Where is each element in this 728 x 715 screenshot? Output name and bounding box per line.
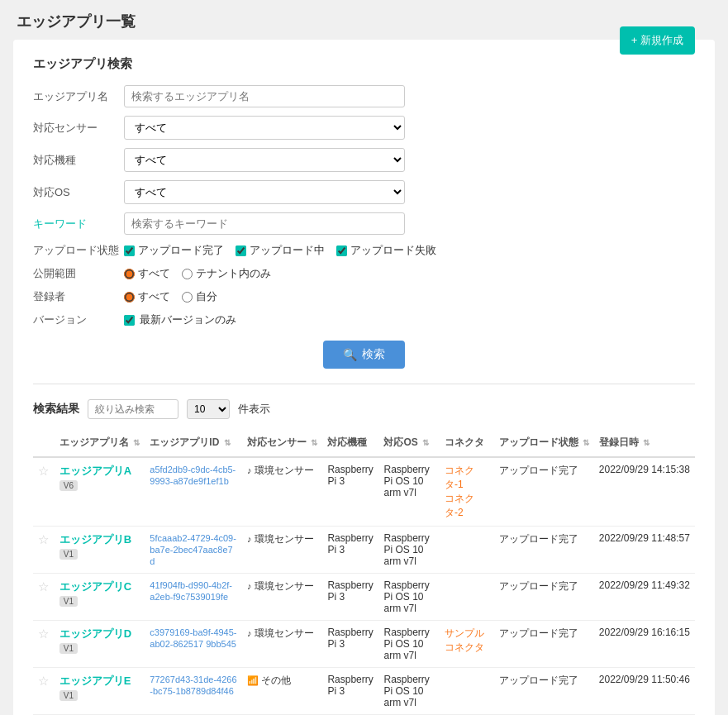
upload-status-cell: アップロード完了 (494, 668, 594, 715)
sensor-text: 環境センサー (255, 627, 314, 639)
registrant-label: 登録者 (33, 289, 124, 304)
star-icon[interactable]: ☆ (38, 674, 49, 688)
upload-complete-checkbox-label[interactable]: アップロード完了 (124, 243, 224, 258)
per-page-select[interactable]: 10 20 50 (187, 399, 230, 419)
public-tenant-radio-label[interactable]: テナント内のみ (182, 266, 271, 281)
version-latest-checkbox[interactable] (124, 315, 135, 326)
version-badge: V6 (59, 480, 78, 491)
connector-link[interactable]: サンプルコネクタ (445, 627, 488, 655)
star-icon[interactable]: ☆ (38, 464, 49, 478)
keyword-input[interactable] (124, 212, 405, 235)
os-cell: Raspberry Pi OS 10 arm v7l (378, 668, 440, 715)
device-cell: Raspberry Pi 3 (322, 457, 378, 527)
sort-icon-id[interactable]: ⇅ (224, 438, 231, 447)
star-cell[interactable]: ☆ (33, 527, 55, 574)
star-icon[interactable]: ☆ (38, 579, 49, 593)
date-cell: 2022/09/29 11:50:46 (594, 668, 695, 715)
table-row: ☆ エッジアプリE V1 77267d43-31de-4266-bc75-1b8… (33, 668, 695, 715)
version-badge: V1 (59, 549, 78, 560)
sensor-cell: ♪ 環境センサー (242, 457, 322, 527)
app-name-input[interactable] (124, 85, 405, 107)
registrant-radios: すべて 自分 (124, 289, 217, 304)
registrant-self-radio[interactable] (182, 292, 193, 303)
sort-icon-sensor[interactable]: ⇅ (311, 438, 317, 447)
new-create-button[interactable]: + 新規作成 (620, 26, 695, 55)
public-all-radio-label[interactable]: すべて (124, 266, 170, 281)
registrant-all-radio-label[interactable]: すべて (124, 289, 170, 304)
sensor-text: 環境センサー (255, 533, 314, 545)
date-text: 2022/09/29 14:15:38 (599, 464, 690, 475)
upload-status-text: アップロード完了 (499, 580, 578, 592)
version-badge: V1 (59, 596, 78, 607)
upload-complete-checkbox[interactable] (124, 245, 135, 256)
connector-cell (440, 668, 493, 715)
app-name-cell: エッジアプリE V1 (55, 668, 145, 715)
app-id-link[interactable]: 5fcaaab2-4729-4c09-ba7e-2bec47aac8e7d (150, 533, 236, 566)
star-cell[interactable]: ☆ (33, 621, 55, 668)
upload-failed-checkbox-label[interactable]: アップロード失敗 (336, 243, 436, 258)
os-label: 対応OS (33, 185, 124, 200)
date-cell: 2022/09/29 11:49:32 (594, 574, 695, 621)
os-cell: Raspberry Pi OS 10 arm v7l (378, 621, 440, 668)
result-header: 検索結果 10 20 50 件表示 (33, 399, 695, 419)
sort-icon-date[interactable]: ⇅ (643, 438, 649, 447)
app-id-link[interactable]: 77267d43-31de-4266-bc75-1b8789d84f46 (150, 674, 236, 696)
device-label: 対応機種 (33, 153, 124, 168)
search-button[interactable]: 🔍 検索 (323, 341, 405, 369)
star-cell[interactable]: ☆ (33, 668, 55, 715)
os-cell: Raspberry Pi OS 10 arm v7l (378, 457, 440, 527)
star-icon[interactable]: ☆ (38, 627, 49, 641)
sensor-row: 対応センサー すべて (33, 116, 695, 140)
app-name-link[interactable]: エッジアプリD (59, 627, 131, 640)
app-name-row: エッジアプリ名 (33, 85, 695, 107)
sensor-cell: ♪ 環境センサー (242, 621, 322, 668)
sensor-icon: ♪ (247, 628, 252, 638)
app-name-link[interactable]: エッジアプリC (59, 580, 131, 593)
app-id-cell: c3979169-ba9f-4945-ab02-862517 9bb545 (145, 621, 242, 668)
search-form: エッジアプリ名 対応センサー すべて 対応機種 すべて 対応OS (33, 85, 695, 327)
results-table: エッジアプリ名 ⇅ エッジアプリID ⇅ 対応センサー ⇅ 対応機種 対応OS … (33, 429, 695, 715)
public-all-radio[interactable] (124, 269, 135, 279)
public-range-label: 公開範囲 (33, 266, 124, 281)
upload-in-progress-checkbox-label[interactable]: アップロード中 (236, 243, 325, 258)
os-cell: Raspberry Pi OS 10 arm v7l (378, 574, 440, 621)
sensor-cell: ♪ 環境センサー (242, 574, 322, 621)
table-row: ☆ エッジアプリD V1 c3979169-ba9f-4945-ab02-862… (33, 621, 695, 668)
registrant-all-radio[interactable] (124, 292, 135, 303)
upload-status-label: アップロード状態 (33, 243, 124, 258)
date-cell: 2022/09/29 16:16:15 (594, 621, 695, 668)
star-cell[interactable]: ☆ (33, 574, 55, 621)
upload-failed-checkbox[interactable] (336, 245, 347, 256)
upload-in-progress-checkbox[interactable] (236, 245, 246, 256)
sort-icon-os[interactable]: ⇅ (422, 438, 429, 447)
sort-icon-name[interactable]: ⇅ (133, 438, 140, 447)
registrant-self-radio-label[interactable]: 自分 (182, 289, 217, 304)
star-cell[interactable]: ☆ (33, 457, 55, 527)
app-name-cell: エッジアプリD V1 (55, 621, 145, 668)
sensor-cell: 📶 その他 (242, 668, 322, 715)
device-cell: Raspberry Pi 3 (322, 574, 378, 621)
app-name-link[interactable]: エッジアプリA (59, 465, 131, 477)
version-label: バージョン (33, 312, 124, 327)
filter-input[interactable] (88, 399, 178, 419)
app-id-link[interactable]: c3979169-ba9f-4945-ab02-862517 9bb545 (150, 627, 236, 649)
app-id-link[interactable]: a5fd2db9-c9dc-4cb5-9993-a87de9f1ef1b (150, 465, 236, 486)
date-text: 2022/09/29 16:16:15 (599, 627, 690, 638)
registrant-row: 登録者 すべて 自分 (33, 289, 695, 304)
date-cell: 2022/09/29 11:48:57 (594, 527, 695, 574)
os-select[interactable]: すべて (124, 180, 405, 204)
device-select[interactable]: すべて (124, 148, 405, 172)
sort-icon-upload[interactable]: ⇅ (583, 438, 589, 447)
app-id-link[interactable]: 41f904fb-d990-4b2f-a2eb-f9c7539019fe (150, 580, 232, 602)
sensor-cell: ♪ 環境センサー (242, 527, 322, 574)
star-icon[interactable]: ☆ (38, 532, 49, 546)
app-name-link[interactable]: エッジアプリE (59, 674, 131, 687)
device-cell: Raspberry Pi 3 (322, 621, 378, 668)
date-cell: 2022/09/29 14:15:38 (594, 457, 695, 527)
sensor-select[interactable]: すべて (124, 116, 405, 140)
app-name-link[interactable]: エッジアプリB (59, 533, 131, 546)
connector-link[interactable]: コネクタ-1コネクタ-2 (445, 464, 488, 520)
result-label: 検索結果 (33, 402, 79, 417)
public-range-row: 公開範囲 すべて テナント内のみ (33, 266, 695, 281)
public-tenant-radio[interactable] (182, 269, 193, 279)
